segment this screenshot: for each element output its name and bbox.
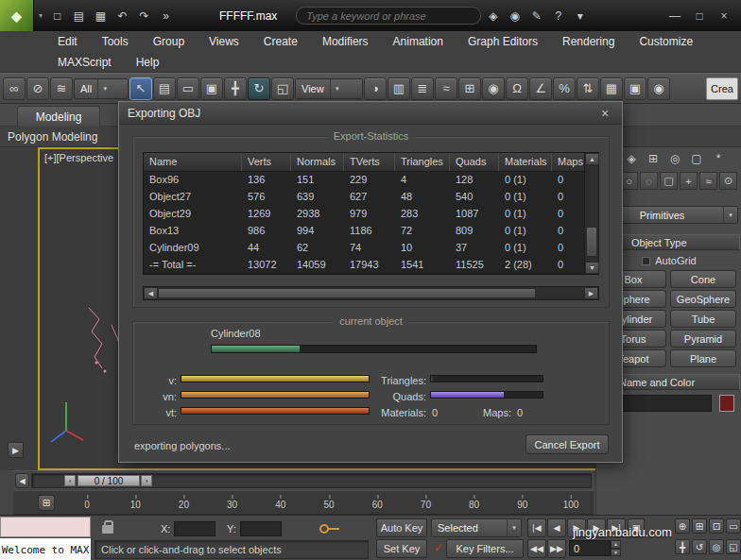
schematic-view-icon[interactable]: ⊞ bbox=[458, 77, 481, 100]
dialog-titlebar[interactable]: Exporting OBJ × bbox=[119, 102, 622, 125]
menu-edit[interactable]: Edit bbox=[45, 31, 90, 52]
communication-center-icon[interactable]: ◉ bbox=[505, 6, 525, 25]
viewport-label[interactable]: [+][Perspective bbox=[44, 152, 113, 163]
menu-tools[interactable]: Tools bbox=[90, 31, 141, 52]
selection-region-icon[interactable]: ▭ bbox=[177, 77, 199, 100]
go-to-start-icon[interactable]: |◀ bbox=[527, 518, 546, 537]
spacewarps-category-icon[interactable]: ≈ bbox=[699, 172, 717, 190]
pan-icon[interactable]: ╋ bbox=[675, 539, 690, 554]
horizontal-scroll-thumb[interactable] bbox=[158, 288, 536, 298]
modify-tab-icon[interactable]: ◈ bbox=[622, 149, 641, 168]
infocenter-search-icon[interactable]: ◈ bbox=[483, 6, 503, 25]
bind-to-space-warp-icon[interactable]: ≋ bbox=[50, 77, 73, 100]
table-vertical-scrollbar[interactable]: ▲ ▼ bbox=[584, 153, 598, 274]
menu-rendering[interactable]: Rendering bbox=[550, 31, 627, 52]
mirror-icon[interactable]: ◑ bbox=[364, 77, 387, 100]
render-setup-icon[interactable]: ▦ bbox=[600, 77, 623, 100]
menu-animation[interactable]: Animation bbox=[381, 31, 456, 52]
key-filters-button[interactable]: Key Filters... bbox=[446, 539, 524, 558]
scroll-right-icon[interactable]: ▶ bbox=[584, 287, 598, 299]
next-key-icon[interactable]: ▶▶ bbox=[547, 539, 566, 558]
menu-maxscript[interactable]: MAXScript bbox=[45, 52, 124, 73]
spinner-down-icon[interactable]: ▼ bbox=[611, 549, 621, 557]
redo-icon[interactable]: ↷ bbox=[134, 6, 154, 25]
selection-set-dropdown[interactable]: Selected ▾ bbox=[431, 518, 522, 537]
next-frame-icon[interactable]: ▶ bbox=[587, 518, 606, 537]
color-clipboard-swatch[interactable] bbox=[0, 517, 91, 537]
maximize-icon[interactable]: □ bbox=[688, 7, 711, 25]
selection-filter-dropdown[interactable]: All ▾ bbox=[74, 78, 129, 99]
frame-spinner[interactable]: ▲ ▼ bbox=[611, 540, 621, 556]
zoom-all-icon[interactable]: ⊞ bbox=[692, 518, 707, 534]
display-tab-icon[interactable]: ▢ bbox=[687, 149, 706, 168]
zoom-icon[interactable]: ⊕ bbox=[675, 518, 690, 534]
select-and-scale-icon[interactable]: ◱ bbox=[271, 77, 294, 100]
undo-icon[interactable]: ↶ bbox=[112, 6, 132, 25]
slider-step-forward-icon[interactable]: › bbox=[141, 475, 152, 486]
select-and-link-icon[interactable]: ∞ bbox=[3, 77, 26, 100]
set-key-button[interactable]: Set Key bbox=[376, 539, 427, 558]
plane-button[interactable]: Plane bbox=[670, 349, 736, 367]
material-editor-icon[interactable]: ◉ bbox=[482, 77, 505, 100]
previous-key-icon[interactable]: ◀◀ bbox=[527, 539, 546, 558]
welcome-box[interactable]: Welcome to MAX bbox=[0, 538, 91, 560]
time-slider-track[interactable]: ‹ 0 / 100 › bbox=[31, 473, 592, 488]
select-and-move-icon[interactable]: ╋ bbox=[224, 77, 247, 100]
slider-step-back-icon[interactable]: ‹ bbox=[64, 475, 76, 486]
open-file-icon[interactable]: ▤ bbox=[69, 6, 89, 25]
dialog-close-icon[interactable]: × bbox=[596, 105, 613, 122]
rendered-frame-window-icon[interactable]: ▣ bbox=[624, 77, 646, 100]
unlink-selection-icon[interactable]: ⊘ bbox=[26, 77, 49, 100]
scroll-down-icon[interactable]: ▼ bbox=[585, 262, 599, 274]
x-coordinate-input[interactable] bbox=[174, 521, 215, 536]
spinner-up-icon[interactable]: ▲ bbox=[611, 540, 621, 549]
menu-help[interactable]: Help bbox=[124, 52, 172, 73]
object-color-swatch[interactable] bbox=[719, 395, 734, 412]
create-panel-button[interactable]: Crea bbox=[706, 77, 738, 100]
reference-coordinate-dropdown[interactable]: View ▾ bbox=[295, 78, 363, 99]
systems-category-icon[interactable]: ⊙ bbox=[719, 172, 737, 190]
select-by-name-icon[interactable]: ▤ bbox=[153, 77, 176, 100]
menu-views[interactable]: Views bbox=[197, 31, 251, 52]
percent-snap-icon[interactable]: % bbox=[553, 77, 576, 100]
spinner-snap-icon[interactable]: ⇅ bbox=[577, 77, 599, 100]
render-production-icon[interactable]: ◉ bbox=[647, 77, 670, 100]
menu-graph-editors[interactable]: Graph Editors bbox=[456, 31, 550, 52]
previous-frame-icon[interactable]: ◀ bbox=[15, 473, 29, 488]
window-crossing-icon[interactable]: ▣ bbox=[200, 77, 223, 100]
align-icon[interactable]: ▥ bbox=[388, 77, 410, 100]
utilities-tab-icon[interactable]: * bbox=[709, 149, 728, 168]
zoom-extents-icon[interactable]: ⊡ bbox=[709, 518, 724, 534]
play-icon[interactable]: ▶ bbox=[567, 518, 586, 537]
hierarchy-tab-icon[interactable]: ⊞ bbox=[644, 149, 663, 168]
cameras-category-icon[interactable]: ▢ bbox=[660, 172, 678, 190]
go-to-end-icon[interactable]: ▶| bbox=[607, 518, 626, 537]
vertical-scroll-thumb[interactable] bbox=[586, 227, 597, 257]
lights-category-icon[interactable]: ◌ bbox=[640, 172, 658, 190]
curve-editor-icon[interactable]: ≈ bbox=[435, 77, 457, 100]
scroll-left-icon[interactable]: ◀ bbox=[144, 287, 158, 299]
time-slider-handle[interactable]: 0 / 100 bbox=[78, 475, 140, 486]
favorites-icon[interactable]: ✎ bbox=[526, 6, 546, 25]
auto-key-button[interactable]: Auto Key bbox=[376, 518, 427, 537]
dolly-icon[interactable]: ◎ bbox=[709, 539, 724, 554]
key-mode-toggle-icon[interactable]: ▣ bbox=[628, 518, 645, 537]
new-file-icon[interactable]: □ bbox=[47, 6, 67, 25]
tube-button[interactable]: Tube bbox=[670, 310, 736, 328]
zoom-region-icon[interactable]: ▭ bbox=[726, 518, 741, 534]
select-object-icon[interactable]: ↖ bbox=[129, 77, 152, 100]
menu-customize[interactable]: Customize bbox=[627, 31, 705, 52]
help-icon[interactable]: ? bbox=[548, 6, 568, 25]
angle-snap-icon[interactable]: ∠ bbox=[529, 77, 552, 100]
cancel-export-button[interactable]: Cancel Export bbox=[526, 434, 609, 454]
menu-modifiers[interactable]: Modifiers bbox=[310, 31, 381, 52]
orbit-icon[interactable]: ↺ bbox=[692, 539, 707, 554]
motion-tab-icon[interactable]: ◎ bbox=[665, 149, 684, 168]
max-logo-icon[interactable]: ◆ bbox=[0, 0, 34, 31]
geosphere-button[interactable]: GeoSphere bbox=[670, 290, 736, 308]
select-and-rotate-icon[interactable]: ↻ bbox=[248, 77, 270, 100]
tab-modeling[interactable]: Modeling bbox=[17, 106, 100, 127]
y-coordinate-input[interactable] bbox=[240, 521, 282, 536]
menu-group[interactable]: Group bbox=[141, 31, 197, 52]
layer-manager-icon[interactable]: ≣ bbox=[411, 77, 434, 100]
